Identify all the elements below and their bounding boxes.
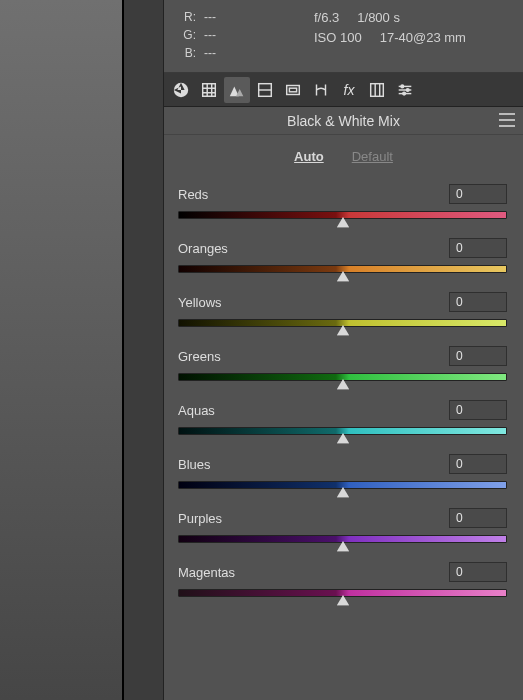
develop-panel: R:--- G:--- B:--- f/6.3 1/800 s ISO 100 … xyxy=(164,0,523,700)
slider-blues: Blues xyxy=(178,454,507,498)
g-value: --- xyxy=(204,26,216,44)
aperture-value: f/6.3 xyxy=(314,8,339,28)
lens-correction-icon[interactable] xyxy=(308,77,334,103)
shutter-value: 1/800 s xyxy=(357,8,400,28)
slider-label: Greens xyxy=(178,349,221,364)
b-label: B: xyxy=(174,44,196,62)
effects-icon[interactable]: fx xyxy=(336,77,362,103)
slider-purples: Purples xyxy=(178,508,507,552)
slider-track[interactable] xyxy=(178,532,507,552)
slider-aquas: Aquas xyxy=(178,400,507,444)
panel-title: Black & White Mix xyxy=(287,113,400,129)
lens-value: 17-40@23 mm xyxy=(380,28,466,48)
panel-gutter xyxy=(124,0,164,700)
b-value: --- xyxy=(204,44,216,62)
svg-point-12 xyxy=(406,88,409,91)
slider-value-input[interactable] xyxy=(449,400,507,420)
slider-thumb[interactable] xyxy=(337,217,349,227)
slider-track[interactable] xyxy=(178,478,507,498)
slider-label: Blues xyxy=(178,457,211,472)
r-label: R: xyxy=(174,8,196,26)
slider-reds: Reds xyxy=(178,184,507,228)
slider-label: Oranges xyxy=(178,241,228,256)
bw-mix-icon[interactable] xyxy=(224,77,250,103)
slider-yellows: Yellows xyxy=(178,292,507,336)
slider-value-input[interactable] xyxy=(449,508,507,528)
g-label: G: xyxy=(174,26,196,44)
slider-track[interactable] xyxy=(178,208,507,228)
slider-track[interactable] xyxy=(178,370,507,390)
r-value: --- xyxy=(204,8,216,26)
svg-rect-4 xyxy=(289,88,296,92)
slider-thumb[interactable] xyxy=(337,271,349,281)
info-strip: R:--- G:--- B:--- f/6.3 1/800 s ISO 100 … xyxy=(164,0,523,73)
slider-oranges: Oranges xyxy=(178,238,507,282)
slider-label: Aquas xyxy=(178,403,215,418)
slider-value-input[interactable] xyxy=(449,562,507,582)
panel-tab-strip: fx xyxy=(164,73,523,107)
slider-magentas: Magentas xyxy=(178,562,507,606)
exif-readout: f/6.3 1/800 s ISO 100 17-40@23 mm xyxy=(314,8,466,62)
slider-label: Yellows xyxy=(178,295,222,310)
slider-track[interactable] xyxy=(178,262,507,282)
mode-auto[interactable]: Auto xyxy=(294,149,324,164)
slider-thumb[interactable] xyxy=(337,487,349,497)
slider-track[interactable] xyxy=(178,316,507,336)
svg-rect-5 xyxy=(371,83,384,96)
aperture-icon[interactable] xyxy=(168,77,194,103)
svg-point-11 xyxy=(401,85,404,88)
svg-rect-3 xyxy=(287,85,300,94)
tone-curve-icon[interactable] xyxy=(252,77,278,103)
slider-value-input[interactable] xyxy=(449,184,507,204)
slider-label: Magentas xyxy=(178,565,235,580)
slider-value-input[interactable] xyxy=(449,346,507,366)
sliders-container: Reds Oranges Yellows xyxy=(164,184,523,616)
slider-label: Purples xyxy=(178,511,222,526)
image-canvas[interactable] xyxy=(0,0,124,700)
sliders-icon[interactable] xyxy=(392,77,418,103)
slider-track[interactable] xyxy=(178,424,507,444)
slider-value-input[interactable] xyxy=(449,292,507,312)
iso-value: ISO 100 xyxy=(314,28,362,48)
slider-thumb[interactable] xyxy=(337,433,349,443)
slider-label: Reds xyxy=(178,187,208,202)
slider-track[interactable] xyxy=(178,586,507,606)
slider-value-input[interactable] xyxy=(449,238,507,258)
detail-icon[interactable] xyxy=(280,77,306,103)
slider-thumb[interactable] xyxy=(337,379,349,389)
rgb-readout: R:--- G:--- B:--- xyxy=(174,8,314,62)
svg-point-13 xyxy=(403,92,406,95)
panel-menu-icon[interactable] xyxy=(499,113,515,127)
slider-greens: Greens xyxy=(178,346,507,390)
mode-default[interactable]: Default xyxy=(352,149,393,164)
grid-icon[interactable] xyxy=(196,77,222,103)
calibration-icon[interactable] xyxy=(364,77,390,103)
slider-value-input[interactable] xyxy=(449,454,507,474)
slider-thumb[interactable] xyxy=(337,325,349,335)
slider-thumb[interactable] xyxy=(337,541,349,551)
panel-title-bar: Black & White Mix xyxy=(164,107,523,135)
slider-thumb[interactable] xyxy=(337,595,349,605)
mode-tabs: Auto Default xyxy=(164,135,523,184)
